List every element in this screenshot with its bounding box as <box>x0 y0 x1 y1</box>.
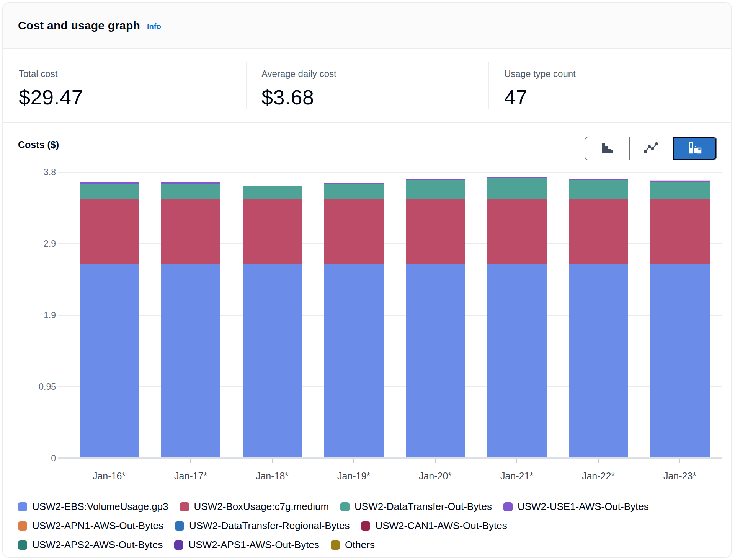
page-title: Cost and usage graph <box>18 19 140 32</box>
bar-segment[interactable] <box>487 264 547 458</box>
legend-item[interactable]: Others <box>331 539 375 551</box>
cost-usage-card: Cost and usage graph Info Total cost $29… <box>2 2 732 558</box>
bar-segment[interactable] <box>650 182 710 199</box>
chart-title: Costs ($) <box>18 139 59 150</box>
bar-segment[interactable] <box>569 180 628 199</box>
bar-segment[interactable] <box>80 264 139 458</box>
legend-swatch <box>340 502 350 511</box>
bar-segment[interactable] <box>406 179 465 179</box>
stacked-bar-jan-17[interactable] <box>161 182 220 458</box>
bar-segment[interactable] <box>487 199 547 264</box>
stacked-bar-chart-button[interactable] <box>673 137 716 160</box>
bar-segment[interactable] <box>324 264 384 458</box>
stat-divider <box>246 62 247 109</box>
legend-row: USW2-APS2-AWS-Out-BytesUSW2-APS1-AWS-Out… <box>18 539 716 551</box>
legend-item[interactable]: USW2-USE1-AWS-Out-Bytes <box>503 501 649 513</box>
y-axis-tick-label: 0.95 <box>2 382 56 392</box>
legend-swatch <box>331 540 340 550</box>
bar-segment[interactable] <box>406 199 465 264</box>
bar-segment[interactable] <box>243 186 302 186</box>
bar-segment[interactable] <box>243 186 302 198</box>
x-axis-tick <box>598 459 599 463</box>
bar-segment[interactable] <box>569 179 628 179</box>
bar-segment[interactable] <box>80 182 139 183</box>
bar-segment[interactable] <box>80 199 139 264</box>
bar-segment[interactable] <box>243 264 302 458</box>
stacked-bar-jan-20[interactable] <box>406 179 465 458</box>
chart-section: Costs ($) <box>3 124 731 557</box>
legend-item[interactable]: USW2-APS1-AWS-Out-Bytes <box>174 539 319 551</box>
y-axis-tick-label: 3.8 <box>2 167 56 177</box>
legend-item[interactable]: USW2-BoxUsage:c7g.medium <box>180 501 329 513</box>
bar-segment[interactable] <box>569 199 628 264</box>
gridline <box>58 172 722 173</box>
bar-segment[interactable] <box>324 199 384 264</box>
x-axis-line <box>58 457 722 459</box>
stat-label: Usage type count <box>504 68 731 79</box>
legend-label: USW2-APN1-AWS-Out-Bytes <box>32 520 163 532</box>
stacked-bar-jan-21[interactable] <box>487 177 547 458</box>
legend-row: USW2-EBS:VolumeUsage.gp3USW2-BoxUsage:c7… <box>18 501 716 513</box>
legend-swatch <box>503 502 513 511</box>
info-link[interactable]: Info <box>147 22 161 31</box>
bar-segment[interactable] <box>243 199 302 264</box>
legend-label: USW2-EBS:VolumeUsage.gp3 <box>32 501 168 513</box>
bar-segment[interactable] <box>569 264 628 458</box>
bar-segment[interactable] <box>161 264 220 458</box>
legend-item[interactable]: USW2-DataTransfer-Regional-Bytes <box>175 520 350 532</box>
bar-segment[interactable] <box>161 182 220 183</box>
legend-item[interactable]: USW2-APS2-AWS-Out-Bytes <box>18 539 163 551</box>
x-axis-tick-label: Jan-19* <box>315 470 392 482</box>
stacked-bar-jan-18[interactable] <box>243 186 302 458</box>
x-axis-tick <box>109 459 109 463</box>
legend-item[interactable]: USW2-CAN1-AWS-Out-Bytes <box>361 520 507 532</box>
legend-swatch <box>180 502 189 511</box>
bar-segment[interactable] <box>650 199 710 264</box>
chart-type-toggle <box>585 137 717 160</box>
bar-segment[interactable] <box>80 184 139 199</box>
bar-segment[interactable] <box>161 184 220 199</box>
stat-divider <box>488 62 489 109</box>
bar-segment[interactable] <box>324 184 384 199</box>
bar-segment[interactable] <box>324 183 384 184</box>
y-axis-tick-label: 2.9 <box>2 239 56 249</box>
stat-average-daily-cost: Average daily cost $3.68 <box>246 49 488 122</box>
stats-row: Total cost $29.47 Average daily cost $3.… <box>3 49 731 123</box>
line-chart-button[interactable] <box>629 137 673 160</box>
legend-row: USW2-APN1-AWS-Out-BytesUSW2-DataTransfer… <box>18 520 716 532</box>
legend-item[interactable]: USW2-DataTransfer-Out-Bytes <box>340 501 492 513</box>
legend-label: USW2-APS1-AWS-Out-Bytes <box>188 539 319 551</box>
stacked-bar-jan-16[interactable] <box>80 182 139 458</box>
bar-segment[interactable] <box>406 180 465 199</box>
legend-item[interactable]: USW2-EBS:VolumeUsage.gp3 <box>18 501 168 513</box>
bar-segment[interactable] <box>650 180 710 181</box>
legend-swatch <box>361 521 370 531</box>
bar-segment[interactable] <box>406 264 465 458</box>
x-axis-tick-label: Jan-17* <box>152 470 229 482</box>
x-axis-tick <box>190 459 191 463</box>
stacked-bar-chart-icon <box>688 141 702 156</box>
bar-segment[interactable] <box>487 177 547 178</box>
bar-segment[interactable] <box>650 264 710 458</box>
legend-swatch <box>18 540 27 550</box>
stacked-bar-jan-22[interactable] <box>569 179 628 458</box>
legend-item[interactable]: USW2-APN1-AWS-Out-Bytes <box>18 520 163 532</box>
stat-usage-type-count: Usage type count 47 <box>488 49 731 122</box>
stacked-bar-jan-23[interactable] <box>650 180 710 458</box>
x-axis-tick <box>353 459 354 463</box>
stacked-bar-jan-19[interactable] <box>324 183 384 458</box>
legend-label: USW2-APS2-AWS-Out-Bytes <box>32 539 163 551</box>
stat-label: Average daily cost <box>261 68 488 79</box>
legend-label: USW2-USE1-AWS-Out-Bytes <box>518 501 649 513</box>
bar-segment[interactable] <box>161 199 220 264</box>
bar-segment[interactable] <box>487 178 547 199</box>
x-axis-tick <box>516 459 517 463</box>
x-axis-tick-label: Jan-22* <box>560 470 637 482</box>
cost-usage-chart: 00.951.92.93.8Jan-16*Jan-17*Jan-18*Jan-1… <box>64 172 720 458</box>
x-axis-tick-label: Jan-20* <box>397 470 474 482</box>
legend-label: USW2-DataTransfer-Out-Bytes <box>354 501 492 513</box>
stat-value: $29.47 <box>19 85 246 109</box>
bar-chart-button[interactable] <box>585 137 629 160</box>
legend-label: USW2-DataTransfer-Regional-Bytes <box>189 520 350 532</box>
bar-segment[interactable] <box>650 181 710 182</box>
